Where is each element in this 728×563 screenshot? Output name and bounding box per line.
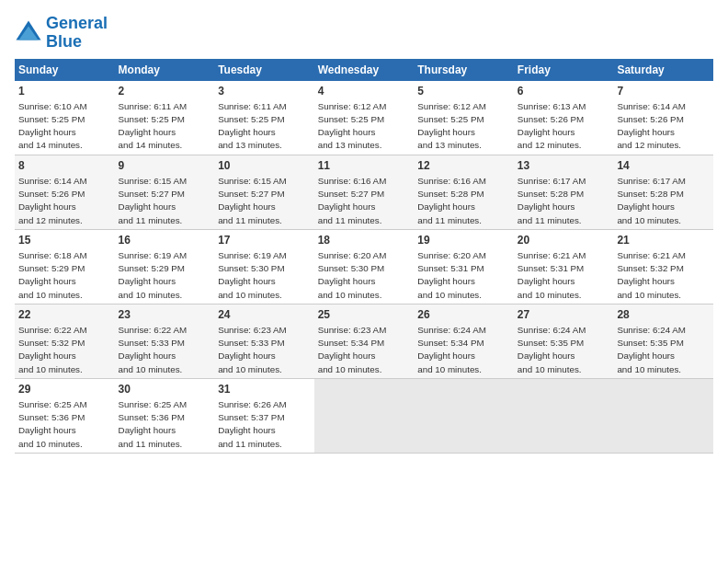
calendar-cell: 8 Sunrise: 6:14 AMSunset: 5:26 PMDayligh… bbox=[15, 155, 115, 229]
calendar-cell: 7 Sunrise: 6:14 AMSunset: 5:26 PMDayligh… bbox=[613, 81, 713, 155]
calendar-cell bbox=[414, 378, 514, 453]
day-info: Sunrise: 6:24 AMSunset: 5:35 PMDaylight … bbox=[617, 325, 686, 374]
day-number: 16 bbox=[119, 233, 211, 247]
day-number: 9 bbox=[119, 158, 211, 173]
calendar-cell: 12 Sunrise: 6:16 AMSunset: 5:28 PMDaylig… bbox=[414, 155, 514, 229]
calendar-cell: 31 Sunrise: 6:26 AMSunset: 5:37 PMDaylig… bbox=[214, 378, 314, 453]
calendar-cell: 24 Sunrise: 6:23 AMSunset: 5:33 PMDaylig… bbox=[214, 304, 314, 378]
calendar-cell: 16 Sunrise: 6:19 AMSunset: 5:29 PMDaylig… bbox=[115, 229, 215, 304]
calendar-week: 29 Sunrise: 6:25 AMSunset: 5:36 PMDaylig… bbox=[15, 378, 713, 453]
day-info: Sunrise: 6:12 AMSunset: 5:25 PMDaylight … bbox=[318, 101, 387, 151]
page: General Blue SundayMondayTuesdayWednesda… bbox=[0, 0, 728, 563]
weekday-header: Friday bbox=[514, 59, 614, 81]
day-info: Sunrise: 6:11 AMSunset: 5:25 PMDaylight … bbox=[119, 101, 188, 151]
calendar-cell: 21 Sunrise: 6:21 AMSunset: 5:32 PMDaylig… bbox=[613, 229, 713, 304]
day-info: Sunrise: 6:24 AMSunset: 5:34 PMDaylight … bbox=[417, 325, 486, 374]
day-info: Sunrise: 6:19 AMSunset: 5:29 PMDaylight … bbox=[119, 250, 188, 300]
day-number: 15 bbox=[18, 233, 111, 247]
day-info: Sunrise: 6:20 AMSunset: 5:30 PMDaylight … bbox=[318, 250, 387, 300]
day-number: 7 bbox=[617, 84, 710, 98]
calendar-cell: 11 Sunrise: 6:16 AMSunset: 5:27 PMDaylig… bbox=[314, 155, 415, 229]
day-info: Sunrise: 6:21 AMSunset: 5:31 PMDaylight … bbox=[518, 250, 586, 300]
day-number: 21 bbox=[617, 233, 710, 247]
day-number: 1 bbox=[18, 84, 111, 98]
calendar-cell: 26 Sunrise: 6:24 AMSunset: 5:34 PMDaylig… bbox=[414, 304, 514, 378]
day-number: 26 bbox=[417, 307, 510, 322]
day-info: Sunrise: 6:11 AMSunset: 5:25 PMDaylight … bbox=[218, 101, 287, 151]
calendar-cell bbox=[514, 378, 614, 453]
day-info: Sunrise: 6:20 AMSunset: 5:31 PMDaylight … bbox=[417, 250, 486, 300]
calendar-table: SundayMondayTuesdayWednesdayThursdayFrid… bbox=[15, 59, 713, 454]
day-number: 6 bbox=[518, 84, 610, 98]
day-info: Sunrise: 6:26 AMSunset: 5:37 PMDaylight … bbox=[218, 399, 287, 449]
weekday-header: Sunday bbox=[15, 59, 115, 81]
calendar-cell: 29 Sunrise: 6:25 AMSunset: 5:36 PMDaylig… bbox=[15, 378, 115, 453]
calendar-cell: 27 Sunrise: 6:24 AMSunset: 5:35 PMDaylig… bbox=[514, 304, 614, 378]
day-number: 31 bbox=[218, 382, 311, 396]
day-info: Sunrise: 6:15 AMSunset: 5:27 PMDaylight … bbox=[218, 176, 287, 225]
calendar-cell: 25 Sunrise: 6:23 AMSunset: 5:34 PMDaylig… bbox=[314, 304, 415, 378]
calendar-week: 15 Sunrise: 6:18 AMSunset: 5:29 PMDaylig… bbox=[15, 229, 713, 304]
calendar-cell: 5 Sunrise: 6:12 AMSunset: 5:25 PMDayligh… bbox=[414, 81, 514, 155]
calendar-cell: 14 Sunrise: 6:17 AMSunset: 5:28 PMDaylig… bbox=[613, 155, 713, 229]
day-number: 20 bbox=[518, 233, 610, 247]
day-info: Sunrise: 6:12 AMSunset: 5:25 PMDaylight … bbox=[417, 101, 486, 151]
day-number: 28 bbox=[617, 307, 710, 322]
calendar-cell: 19 Sunrise: 6:20 AMSunset: 5:31 PMDaylig… bbox=[414, 229, 514, 304]
day-info: Sunrise: 6:22 AMSunset: 5:33 PMDaylight … bbox=[119, 325, 188, 374]
day-number: 14 bbox=[617, 158, 710, 173]
day-info: Sunrise: 6:17 AMSunset: 5:28 PMDaylight … bbox=[617, 176, 686, 225]
header: General Blue bbox=[15, 15, 713, 52]
day-number: 12 bbox=[417, 158, 510, 173]
day-info: Sunrise: 6:15 AMSunset: 5:27 PMDaylight … bbox=[119, 176, 188, 225]
day-info: Sunrise: 6:13 AMSunset: 5:26 PMDaylight … bbox=[518, 101, 586, 151]
calendar-cell: 6 Sunrise: 6:13 AMSunset: 5:26 PMDayligh… bbox=[514, 81, 614, 155]
day-number: 25 bbox=[318, 307, 411, 322]
calendar-week: 1 Sunrise: 6:10 AMSunset: 5:25 PMDayligh… bbox=[15, 81, 713, 155]
day-number: 30 bbox=[119, 382, 211, 396]
day-number: 23 bbox=[119, 307, 211, 322]
day-info: Sunrise: 6:22 AMSunset: 5:32 PMDaylight … bbox=[18, 325, 87, 374]
logo-icon bbox=[15, 19, 42, 47]
day-info: Sunrise: 6:18 AMSunset: 5:29 PMDaylight … bbox=[18, 250, 87, 300]
calendar-cell: 13 Sunrise: 6:17 AMSunset: 5:28 PMDaylig… bbox=[514, 155, 614, 229]
day-number: 2 bbox=[119, 84, 211, 98]
day-number: 13 bbox=[518, 158, 610, 173]
day-info: Sunrise: 6:19 AMSunset: 5:30 PMDaylight … bbox=[218, 250, 287, 300]
day-number: 22 bbox=[18, 307, 111, 322]
day-info: Sunrise: 6:24 AMSunset: 5:35 PMDaylight … bbox=[518, 325, 586, 374]
logo-text: General Blue bbox=[46, 15, 108, 52]
day-info: Sunrise: 6:16 AMSunset: 5:28 PMDaylight … bbox=[417, 176, 486, 225]
weekday-header: Tuesday bbox=[214, 59, 314, 81]
calendar-cell: 4 Sunrise: 6:12 AMSunset: 5:25 PMDayligh… bbox=[314, 81, 415, 155]
day-info: Sunrise: 6:10 AMSunset: 5:25 PMDaylight … bbox=[18, 101, 87, 151]
day-info: Sunrise: 6:14 AMSunset: 5:26 PMDaylight … bbox=[18, 176, 87, 225]
calendar-cell: 23 Sunrise: 6:22 AMSunset: 5:33 PMDaylig… bbox=[115, 304, 215, 378]
calendar-cell: 15 Sunrise: 6:18 AMSunset: 5:29 PMDaylig… bbox=[15, 229, 115, 304]
weekday-header: Wednesday bbox=[314, 59, 415, 81]
day-info: Sunrise: 6:25 AMSunset: 5:36 PMDaylight … bbox=[18, 399, 87, 449]
calendar-cell: 10 Sunrise: 6:15 AMSunset: 5:27 PMDaylig… bbox=[214, 155, 314, 229]
day-info: Sunrise: 6:21 AMSunset: 5:32 PMDaylight … bbox=[617, 250, 686, 300]
weekday-header: Monday bbox=[115, 59, 215, 81]
day-number: 29 bbox=[18, 382, 111, 396]
calendar-week: 8 Sunrise: 6:14 AMSunset: 5:26 PMDayligh… bbox=[15, 155, 713, 229]
day-number: 17 bbox=[218, 233, 311, 247]
day-number: 18 bbox=[318, 233, 411, 247]
weekday-header: Thursday bbox=[414, 59, 514, 81]
calendar-cell: 1 Sunrise: 6:10 AMSunset: 5:25 PMDayligh… bbox=[15, 81, 115, 155]
day-number: 8 bbox=[18, 158, 111, 173]
day-number: 19 bbox=[417, 233, 510, 247]
day-number: 4 bbox=[318, 84, 411, 98]
day-info: Sunrise: 6:17 AMSunset: 5:28 PMDaylight … bbox=[518, 176, 586, 225]
day-info: Sunrise: 6:25 AMSunset: 5:36 PMDaylight … bbox=[119, 399, 188, 449]
logo: General Blue bbox=[15, 15, 108, 52]
calendar-header: SundayMondayTuesdayWednesdayThursdayFrid… bbox=[15, 59, 713, 81]
day-info: Sunrise: 6:14 AMSunset: 5:26 PMDaylight … bbox=[617, 101, 686, 151]
calendar-cell bbox=[314, 378, 415, 453]
day-number: 3 bbox=[218, 84, 311, 98]
calendar-cell: 2 Sunrise: 6:11 AMSunset: 5:25 PMDayligh… bbox=[115, 81, 215, 155]
calendar-cell: 9 Sunrise: 6:15 AMSunset: 5:27 PMDayligh… bbox=[115, 155, 215, 229]
calendar-cell: 30 Sunrise: 6:25 AMSunset: 5:36 PMDaylig… bbox=[115, 378, 215, 453]
day-number: 11 bbox=[318, 158, 411, 173]
